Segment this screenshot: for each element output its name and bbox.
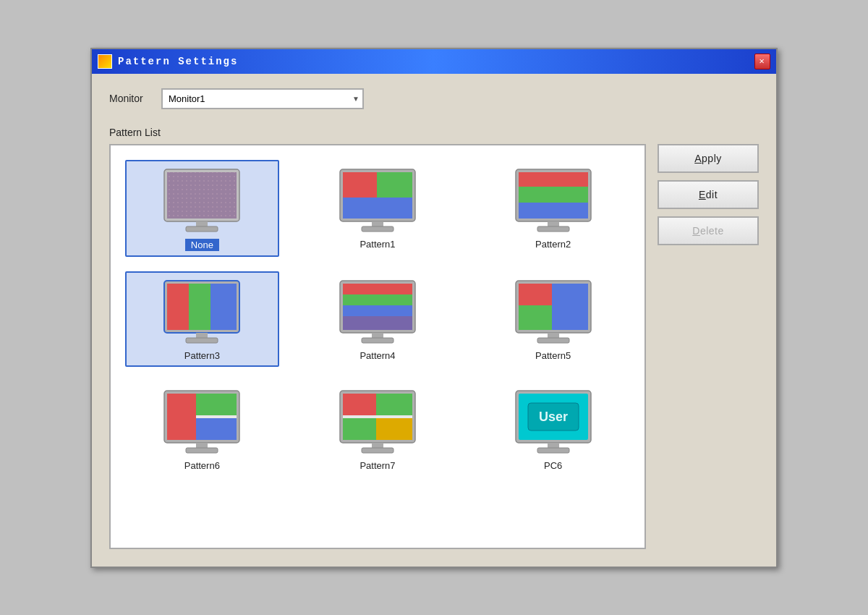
pattern-item-2[interactable]: Pattern2 — [476, 160, 630, 257]
svg-text:User: User — [539, 410, 568, 424]
svg-rect-29 — [343, 284, 412, 294]
svg-rect-45 — [196, 394, 237, 415]
edit-button[interactable]: Edit — [658, 180, 759, 209]
pattern-item-6[interactable]: Pattern6 — [125, 381, 279, 477]
svg-rect-31 — [343, 305, 412, 316]
main-window: Pattern Settings ✕ Monitor Monitor1 Moni… — [90, 48, 778, 568]
svg-rect-37 — [519, 284, 552, 305]
pattern-name-pc6: PC6 — [544, 460, 562, 471]
pattern1-monitor-icon — [334, 166, 421, 234]
app-icon — [98, 54, 112, 69]
pattern-name-4: Pattern4 — [359, 350, 395, 361]
pc6-monitor-icon: User — [510, 387, 597, 456]
pattern-name-2: Pattern2 — [535, 239, 571, 250]
pattern-item-3[interactable]: Pattern3 — [125, 271, 279, 367]
pattern-name-1: Pattern1 — [359, 239, 395, 250]
edit-underline: Edit — [699, 189, 718, 200]
svg-rect-38 — [552, 284, 588, 330]
svg-rect-39 — [519, 305, 552, 330]
monitor-select-wrapper: Monitor1 Monitor2 Monitor3 — [161, 88, 364, 109]
svg-rect-15 — [519, 172, 588, 187]
pattern-grid-container: None — [109, 144, 646, 549]
svg-rect-53 — [376, 394, 412, 415]
title-bar: Pattern Settings ✕ — [92, 49, 776, 74]
pattern4-monitor-icon — [334, 277, 421, 346]
pattern2-monitor-icon — [510, 166, 597, 234]
pattern-name-5: Pattern5 — [535, 350, 571, 361]
pattern-item-pc6[interactable]: User PC6 — [476, 381, 630, 477]
svg-rect-5 — [186, 226, 218, 232]
apply-button[interactable]: Apply — [658, 144, 759, 173]
pattern-item-7[interactable]: Pattern7 — [301, 381, 455, 477]
monitor-label: Monitor — [109, 93, 153, 104]
svg-rect-47 — [216, 418, 237, 440]
svg-rect-54 — [343, 418, 376, 440]
svg-rect-2 — [167, 172, 237, 219]
pattern5-monitor-icon — [510, 277, 597, 346]
close-button[interactable]: ✕ — [754, 54, 770, 69]
monitor-row: Monitor Monitor1 Monitor2 Monitor3 — [109, 88, 759, 109]
window-title: Pattern Settings — [118, 56, 238, 67]
pattern-name-6: Pattern6 — [184, 460, 220, 471]
svg-rect-12 — [362, 226, 393, 232]
pattern7-monitor-icon — [334, 387, 421, 456]
pattern-name-none: None — [185, 239, 219, 251]
svg-rect-8 — [343, 172, 377, 198]
apply-underline: Apply — [694, 153, 722, 164]
svg-rect-30 — [343, 294, 412, 305]
svg-rect-10 — [343, 198, 412, 219]
svg-rect-24 — [210, 284, 237, 330]
pattern-item-none[interactable]: None — [125, 160, 279, 257]
svg-rect-26 — [186, 338, 218, 343]
pattern-item-1[interactable]: Pattern1 — [301, 160, 455, 257]
pattern3-monitor-icon — [158, 277, 245, 346]
pattern-name-3: Pattern3 — [184, 350, 220, 361]
pattern-item-4[interactable]: Pattern4 — [301, 271, 455, 367]
svg-rect-63 — [537, 448, 569, 453]
svg-rect-16 — [519, 187, 588, 203]
monitor-select[interactable]: Monitor1 Monitor2 Monitor3 — [161, 88, 364, 109]
svg-rect-49 — [186, 448, 218, 453]
button-panel: Apply Edit Delete — [658, 144, 759, 245]
svg-rect-41 — [537, 338, 569, 343]
svg-rect-17 — [519, 203, 588, 219]
delete-underline: Delete — [692, 225, 723, 237]
svg-rect-46 — [196, 418, 216, 440]
pattern-name-7: Pattern7 — [359, 460, 395, 471]
delete-button[interactable]: Delete — [658, 216, 759, 245]
main-area: None — [109, 144, 759, 549]
svg-rect-57 — [362, 448, 393, 453]
pattern-item-5[interactable]: Pattern5 — [476, 271, 630, 367]
pattern-list-label: Pattern List — [109, 127, 759, 138]
svg-rect-22 — [167, 284, 189, 330]
window-content: Monitor Monitor1 Monitor2 Monitor3 Patte… — [92, 74, 776, 567]
svg-rect-23 — [189, 284, 210, 330]
svg-rect-52 — [343, 394, 376, 415]
svg-rect-44 — [167, 394, 196, 440]
svg-rect-32 — [343, 316, 412, 330]
svg-rect-9 — [377, 172, 412, 198]
svg-rect-55 — [376, 418, 412, 440]
pattern-grid: None — [125, 160, 630, 477]
title-bar-left: Pattern Settings — [98, 54, 238, 69]
pattern6-monitor-icon — [158, 387, 245, 456]
svg-rect-19 — [537, 226, 569, 232]
svg-rect-34 — [362, 338, 393, 343]
none-monitor-icon — [158, 166, 245, 234]
